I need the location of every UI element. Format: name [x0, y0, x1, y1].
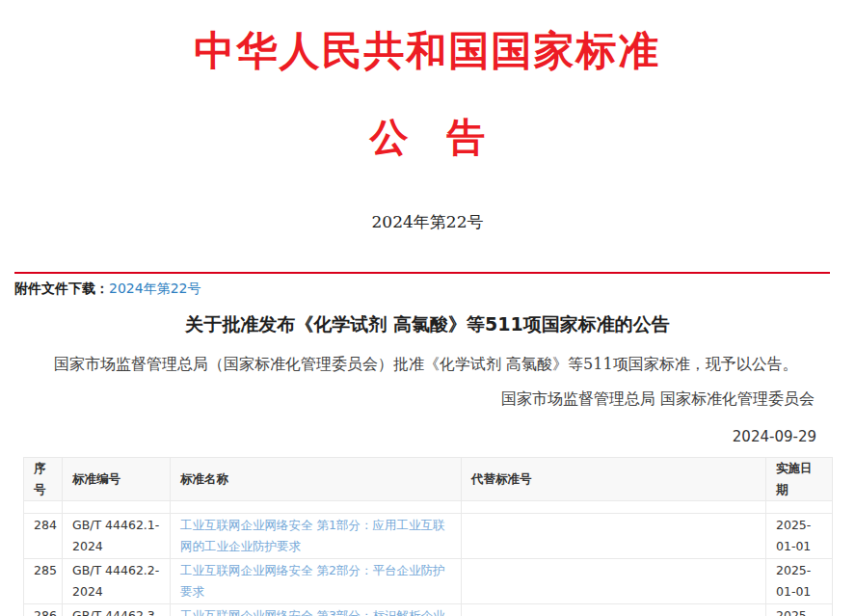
attachment-download-link[interactable]: 2024年第22号 — [109, 281, 200, 296]
cell-impl-date: 2025-01-01 — [766, 604, 833, 616]
header-seq: 序号 — [24, 458, 63, 501]
header-impl-date: 实施日期 — [766, 458, 833, 501]
cell-replaces — [462, 514, 766, 559]
header-code: 标准编号 — [63, 458, 171, 501]
table-row: 285 GB/T 44462.2-2024 工业互联网企业网络安全 第2部分：平… — [24, 559, 833, 604]
table-row: 284 GB/T 44462.1-2024 工业互联网企业网络安全 第1部分：应… — [24, 514, 833, 559]
cell-seq: 285 — [24, 559, 63, 604]
announcement-page: 中华人民共和国国家标准 公 告 2024年第22号 附件文件下载：2024年第2… — [0, 0, 855, 616]
cell-replaces — [462, 559, 766, 604]
standard-name-link[interactable]: 工业互联网企业网络安全 第1部分：应用工业互联网的工业企业防护要求 — [180, 518, 444, 553]
table-row: 286 GB/T 44462.3-2024 工业互联网企业网络安全 第3部分：标… — [24, 604, 833, 616]
standard-name-link[interactable]: 工业互联网企业网络安全 第3部分：标识解析企业防护要求 — [180, 608, 444, 616]
cell-name: 工业互联网企业网络安全 第3部分：标识解析企业防护要求 — [171, 604, 462, 616]
announcement-date: 2024-09-29 — [0, 427, 816, 447]
header-replaces: 代替标准号 — [462, 458, 766, 501]
page-title: 中华人民共和国国家标准 — [0, 0, 855, 73]
attachment-download-row: 附件文件下载：2024年第22号 — [14, 279, 830, 298]
cell-seq: 284 — [24, 514, 63, 559]
header-name: 标准名称 — [171, 458, 462, 501]
cell-code: GB/T 44462.2-2024 — [63, 559, 171, 604]
cell-code: GB/T 44462.3-2024 — [63, 604, 171, 616]
cell-seq: 286 — [24, 604, 63, 616]
cell-impl-date: 2025-01-01 — [766, 514, 833, 559]
attachment-download-label: 附件文件下载： — [14, 281, 109, 296]
cell-code: GB/T 44462.1-2024 — [63, 514, 171, 559]
issue-number: 2024年第22号 — [0, 210, 855, 233]
standards-table: 序号 标准编号 标准名称 代替标准号 实施日期 284 GB/T 44462.1… — [23, 457, 833, 616]
cutoff-row-top — [24, 501, 833, 514]
announcement-subtitle: 公 告 — [0, 116, 855, 158]
issuer-line: 国家市场监督管理总局 国家标准化管理委员会 — [0, 388, 815, 410]
cell-replaces — [462, 604, 766, 616]
cell-impl-date: 2025-01-01 — [766, 559, 833, 604]
standard-name-link[interactable]: 工业互联网企业网络安全 第2部分：平台企业防护要求 — [180, 563, 444, 599]
cell-name: 工业互联网企业网络安全 第1部分：应用工业互联网的工业企业防护要求 — [171, 514, 462, 559]
cell-name: 工业互联网企业网络安全 第2部分：平台企业防护要求 — [171, 559, 462, 604]
announcement-heading: 关于批准发布《化学试剂 高氯酸》等511项国家标准的公告 — [0, 311, 855, 336]
table-header-row: 序号 标准编号 标准名称 代替标准号 实施日期 — [24, 458, 833, 501]
announcement-body: 国家市场监督管理总局（国家标准化管理委员会）批准《化学试剂 高氯酸》等511项国… — [23, 354, 830, 375]
red-divider — [14, 272, 830, 274]
